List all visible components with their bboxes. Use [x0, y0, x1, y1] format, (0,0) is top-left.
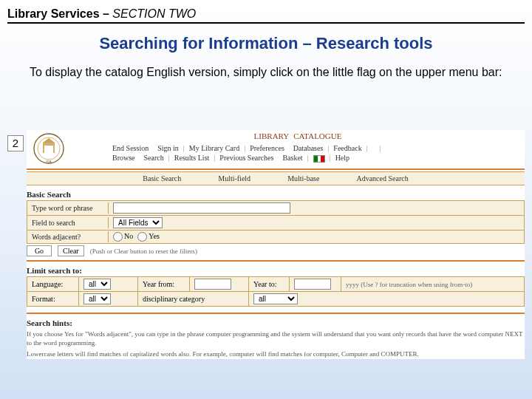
- svg-text:PISA: PISA: [47, 160, 52, 163]
- button-tip: (Push or Clear button to reset the filte…: [90, 248, 197, 255]
- menu-preferences[interactable]: Preferences: [245, 144, 289, 152]
- intro-text: To display the catalog English version, …: [30, 64, 502, 81]
- header-right: SECTION TWO: [112, 7, 196, 20]
- label-year-to: Year to:: [249, 277, 290, 292]
- limit-grid: Language: all Year from: Year to: yyyy (…: [27, 276, 525, 307]
- flag-italy-icon: [313, 155, 325, 163]
- label-field-to-search: Field to search: [27, 217, 109, 228]
- search-type-tabs: Basic Search Multi-field Multi-base Adva…: [27, 171, 525, 185]
- menu-end-session[interactable]: End Session: [108, 144, 153, 152]
- menu-sign-in[interactable]: Sign in: [153, 144, 183, 152]
- select-disciplinary[interactable]: all: [253, 293, 298, 304]
- menu-search[interactable]: Search: [140, 154, 168, 163]
- limit-title: Limit search to:: [27, 266, 525, 275]
- top-menu-row-1: End Session Sign in| My Library Card| Pr…: [71, 143, 525, 153]
- label-format: Format:: [27, 292, 79, 307]
- tab-multi-field[interactable]: Multi-field: [218, 174, 250, 183]
- label-words-adjacent: Words adjacent?: [27, 231, 109, 242]
- menu-basket[interactable]: Basket: [278, 154, 307, 163]
- radio-yes-label[interactable]: Yes: [137, 232, 160, 242]
- menu-results-list[interactable]: Results List: [170, 154, 214, 163]
- divider: [27, 260, 525, 262]
- hints-title: Search hints:: [27, 318, 525, 327]
- input-search-phrase[interactable]: [113, 202, 290, 214]
- label-language: Language:: [27, 277, 79, 292]
- divider: [27, 168, 525, 170]
- menu-my-library-card[interactable]: My Library Card: [185, 144, 244, 152]
- page-header: Library Services – SECTION TWO: [7, 7, 525, 24]
- radio-no[interactable]: [113, 232, 123, 242]
- svg-rect-3: [44, 146, 53, 153]
- hint-1: If you choose Yes for "Words adjacent", …: [27, 330, 525, 347]
- divider: [27, 313, 525, 314]
- catalogue-label: CATALOGUE: [293, 132, 341, 140]
- go-button[interactable]: Go: [27, 245, 52, 256]
- label-type-word: Type word or phrase: [27, 202, 109, 214]
- input-year-from[interactable]: [194, 279, 231, 290]
- select-field[interactable]: All Fields: [113, 217, 163, 228]
- menu-browse[interactable]: Browse: [108, 154, 140, 163]
- input-year-to[interactable]: [294, 279, 331, 290]
- catalog-screenshot: PISA LIBRARY CATALOGUE End Session Sign …: [27, 130, 525, 359]
- menu-help[interactable]: Help: [331, 154, 354, 163]
- menu-previous-searches[interactable]: Previous Searches: [215, 154, 278, 163]
- language-flag[interactable]: [309, 154, 330, 163]
- year-tip: yyyy (Use ? for truncation when using fr…: [341, 277, 525, 292]
- menu-databases[interactable]: Databases: [289, 144, 328, 152]
- tab-multi-base[interactable]: Multi-base: [287, 174, 319, 183]
- slide-number: 2: [7, 135, 24, 151]
- select-language[interactable]: all: [83, 279, 111, 290]
- clear-button[interactable]: Clear: [58, 245, 84, 256]
- hint-2: Lowercase letters will find matches of c…: [27, 349, 525, 358]
- header-left: Library Services –: [7, 7, 112, 20]
- radio-yes[interactable]: [137, 232, 147, 242]
- page-title: Searching for Information – Research too…: [0, 34, 532, 53]
- label-year-from: Year from:: [138, 277, 190, 292]
- menu-feedback[interactable]: Feedback: [329, 144, 366, 152]
- basic-search-title: Basic Search: [27, 190, 525, 199]
- institution-logo: PISA: [27, 132, 71, 166]
- tab-basic-search[interactable]: Basic Search: [143, 174, 181, 183]
- tab-advanced-search[interactable]: Advanced Search: [356, 174, 408, 183]
- library-label: LIBRARY: [254, 132, 290, 140]
- label-disciplinary: disciplinary category: [138, 292, 249, 307]
- menu-spacer: [368, 144, 380, 152]
- top-menu-row-2: Browse Search| Results List| Previous Se…: [71, 153, 525, 163]
- select-format[interactable]: all: [83, 293, 111, 304]
- radio-no-label[interactable]: No: [113, 232, 133, 242]
